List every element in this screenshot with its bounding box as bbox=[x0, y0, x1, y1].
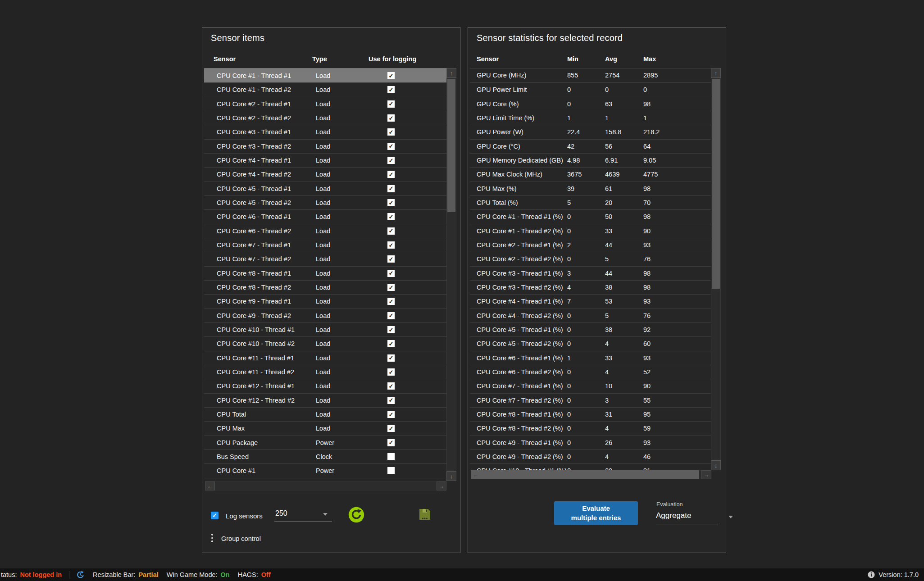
scroll-up-button[interactable]: ↑ bbox=[446, 68, 456, 78]
scroll-up-button[interactable]: ↑ bbox=[711, 68, 721, 78]
table-row[interactable]: CPU Core #3 - Thread #1 (%)34498 bbox=[470, 266, 711, 280]
chevron-down-icon[interactable] bbox=[728, 516, 733, 518]
use-for-logging-checkbox[interactable]: ✓ bbox=[387, 185, 395, 192]
chevron-down-icon[interactable] bbox=[323, 513, 328, 516]
use-for-logging-checkbox[interactable]: ✓ bbox=[387, 382, 395, 390]
table-row[interactable]: GPU Core (MHz)85527542895 bbox=[470, 68, 711, 82]
use-for-logging-checkbox[interactable]: ✓ bbox=[387, 213, 395, 220]
table-row[interactable]: CPU Total (%)52070 bbox=[470, 195, 711, 209]
use-for-logging-checkbox[interactable]: ✓ bbox=[387, 411, 395, 418]
use-for-logging-checkbox[interactable]: ✓ bbox=[387, 157, 395, 164]
table-row[interactable]: CPU Core #6 - Thread #1 (%)13393 bbox=[470, 351, 711, 365]
use-for-logging-checkbox[interactable]: ✓ bbox=[387, 340, 395, 347]
scroll-down-button[interactable]: ↓ bbox=[446, 471, 456, 481]
table-row[interactable]: CPU Core #7 - Thread #1 (%)01090 bbox=[470, 379, 711, 393]
table-row[interactable]: CPU Core #3 - Thread #2 (%)43898 bbox=[470, 280, 711, 294]
use-for-logging-checkbox[interactable]: ✓ bbox=[387, 72, 395, 79]
use-for-logging-checkbox[interactable]: ✓ bbox=[387, 255, 395, 263]
use-for-logging-checkbox[interactable] bbox=[387, 453, 395, 460]
table-row[interactable]: CPU Core #4 - Thread #1Load✓ bbox=[204, 153, 447, 167]
table-row[interactable]: CPU Core #7 - Thread #2Load✓ bbox=[204, 252, 447, 266]
table-row[interactable]: CPU Core #8 - Thread #1Load✓ bbox=[204, 266, 447, 280]
table-row[interactable]: CPU Max Clock (MHz)367546394775 bbox=[470, 167, 711, 181]
scroll-right-button[interactable]: → bbox=[437, 481, 446, 490]
scroll-left-button[interactable]: ← bbox=[471, 470, 481, 479]
refresh-sensors-button[interactable] bbox=[348, 507, 364, 523]
use-for-logging-checkbox[interactable]: ✓ bbox=[387, 368, 395, 376]
table-row[interactable]: CPU Core #12 - Thread #2Load✓ bbox=[204, 393, 447, 407]
table-row[interactable]: CPU Core #1 - Thread #2Load✓ bbox=[204, 82, 447, 96]
use-for-logging-checkbox[interactable]: ✓ bbox=[387, 326, 395, 333]
table-row[interactable]: CPU Core #11 - Thread #2Load✓ bbox=[204, 365, 447, 379]
use-for-logging-checkbox[interactable]: ✓ bbox=[387, 270, 395, 277]
scroll-left-button[interactable]: ← bbox=[205, 481, 215, 490]
use-for-logging-checkbox[interactable]: ✓ bbox=[387, 114, 395, 122]
table-row[interactable]: CPU Core #2 - Thread #1 (%)24493 bbox=[470, 238, 711, 252]
use-for-logging-checkbox[interactable]: ✓ bbox=[387, 199, 395, 206]
use-for-logging-checkbox[interactable]: ✓ bbox=[387, 241, 395, 249]
evaluation-select[interactable]: Aggregate bbox=[656, 511, 691, 520]
use-for-logging-checkbox[interactable]: ✓ bbox=[387, 143, 395, 150]
use-for-logging-checkbox[interactable]: ✓ bbox=[387, 298, 395, 305]
use-for-logging-checkbox[interactable]: ✓ bbox=[387, 86, 395, 93]
table-row[interactable]: CPU PackagePower✓ bbox=[204, 436, 447, 449]
group-control-menu-icon[interactable] bbox=[211, 534, 213, 542]
use-for-logging-checkbox[interactable] bbox=[387, 467, 395, 474]
table-row[interactable]: CPU Core #12 - Thread #1Load✓ bbox=[204, 379, 447, 393]
use-for-logging-checkbox[interactable]: ✓ bbox=[387, 354, 395, 362]
table-row[interactable]: GPU Memory Dedicated (GB)4.986.919.05 bbox=[470, 153, 711, 167]
table-row[interactable]: GPU Core (°C)425664 bbox=[470, 139, 711, 153]
use-for-logging-checkbox[interactable]: ✓ bbox=[387, 312, 395, 319]
scroll-right-button[interactable]: → bbox=[701, 470, 711, 479]
table-row[interactable]: CPU MaxLoad✓ bbox=[204, 421, 447, 435]
save-sensor-config-button[interactable] bbox=[417, 507, 433, 523]
table-row[interactable]: CPU Core #6 - Thread #1Load✓ bbox=[204, 209, 447, 223]
logging-interval-select[interactable]: 250 bbox=[275, 509, 287, 517]
table-row[interactable]: CPU Core #3 - Thread #1Load✓ bbox=[204, 125, 447, 139]
table-row[interactable]: CPU Core #7 - Thread #2 (%)0355 bbox=[470, 393, 711, 407]
table-row[interactable]: CPU TotalLoad✓ bbox=[204, 407, 447, 421]
scroll-down-button[interactable]: ↓ bbox=[711, 460, 721, 470]
table-row[interactable]: CPU Core #9 - Thread #2Load✓ bbox=[204, 309, 447, 322]
table-row[interactable]: CPU Core #7 - Thread #1Load✓ bbox=[204, 238, 447, 252]
table-row[interactable]: CPU Core #2 - Thread #1Load✓ bbox=[204, 97, 447, 111]
use-for-logging-checkbox[interactable]: ✓ bbox=[387, 284, 395, 291]
table-row[interactable]: CPU Core #8 - Thread #1 (%)03195 bbox=[470, 407, 711, 421]
table-row[interactable]: CPU Core #10 - Thread #1Load✓ bbox=[204, 322, 447, 336]
table-row[interactable]: CPU Core #2 - Thread #2 (%)0576 bbox=[470, 252, 711, 266]
table-row[interactable]: CPU Core #1 - Thread #2 (%)03390 bbox=[470, 224, 711, 238]
table-row[interactable]: CPU Core #5 - Thread #2Load✓ bbox=[204, 195, 447, 209]
table-row[interactable]: CPU Max (%)396198 bbox=[470, 182, 711, 195]
use-for-logging-checkbox[interactable]: ✓ bbox=[387, 397, 395, 404]
table-row[interactable]: CPU Core #1Power bbox=[204, 463, 447, 477]
use-for-logging-checkbox[interactable]: ✓ bbox=[387, 227, 395, 235]
use-for-logging-checkbox[interactable]: ✓ bbox=[387, 425, 395, 432]
table-row[interactable]: CPU Core #5 - Thread #1 (%)03892 bbox=[470, 322, 711, 336]
vertical-scrollbar-thumb[interactable] bbox=[712, 79, 720, 289]
table-row[interactable]: CPU Core #10 - Thread #1 (%)02091 bbox=[470, 463, 711, 471]
table-row[interactable]: CPU Core #3 - Thread #2Load✓ bbox=[204, 139, 447, 153]
horizontal-scrollbar-thumb[interactable] bbox=[471, 470, 699, 479]
use-for-logging-checkbox[interactable]: ✓ bbox=[387, 100, 395, 108]
table-row[interactable]: GPU Power (W)22.4158.8218.2 bbox=[470, 125, 711, 139]
use-for-logging-checkbox[interactable]: ✓ bbox=[387, 171, 395, 178]
table-row[interactable]: CPU Core #11 - Thread #1Load✓ bbox=[204, 351, 447, 365]
table-row[interactable]: CPU Core #6 - Thread #2Load✓ bbox=[204, 224, 447, 238]
table-row[interactable]: CPU Core #5 - Thread #1Load✓ bbox=[204, 182, 447, 195]
table-row[interactable]: GPU Core (%)06398 bbox=[470, 97, 711, 111]
horizontal-scrollbar[interactable] bbox=[205, 481, 446, 490]
table-row[interactable]: GPU Limit Time (%)111 bbox=[470, 111, 711, 125]
table-row[interactable]: GPU Power Limit000 bbox=[470, 82, 711, 96]
table-row[interactable]: CPU Core #4 - Thread #2Load✓ bbox=[204, 167, 447, 181]
table-row[interactable]: CPU Core #10 - Thread #2Load✓ bbox=[204, 336, 447, 350]
vertical-scrollbar-thumb[interactable] bbox=[447, 79, 455, 212]
table-row[interactable]: CPU Core #6 - Thread #2 (%)0452 bbox=[470, 365, 711, 379]
log-sensors-checkbox[interactable]: ✓ bbox=[211, 512, 218, 519]
status-refresh-button[interactable] bbox=[76, 571, 85, 579]
use-for-logging-checkbox[interactable]: ✓ bbox=[387, 439, 395, 446]
table-row[interactable]: CPU Core #1 - Thread #1 (%)05098 bbox=[470, 209, 711, 223]
table-row[interactable]: CPU Core #4 - Thread #2 (%)0576 bbox=[470, 309, 711, 322]
table-row[interactable]: CPU Core #4 - Thread #1 (%)75393 bbox=[470, 294, 711, 308]
table-row[interactable]: CPU Core #1 - Thread #1Load✓ bbox=[204, 68, 447, 82]
table-row[interactable]: CPU Core #2 - Thread #2Load✓ bbox=[204, 111, 447, 125]
